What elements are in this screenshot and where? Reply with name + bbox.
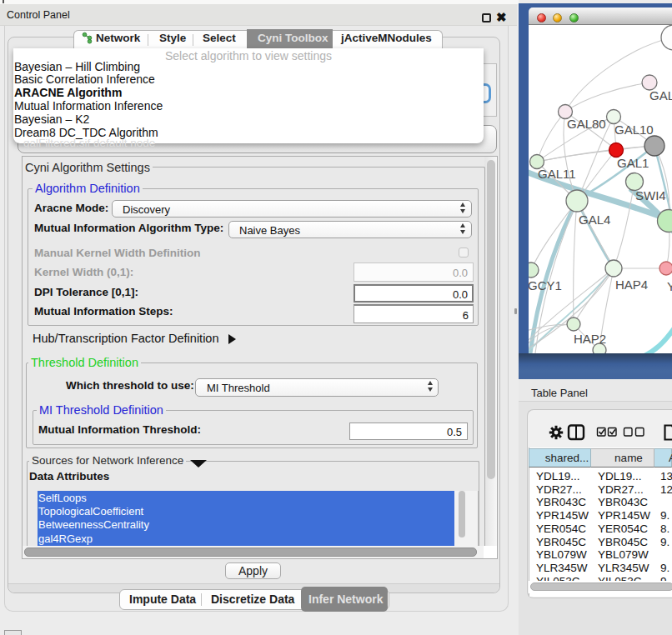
svg-text:GCY1: GCY1: [529, 278, 562, 292]
svg-text:HAP4: HAP4: [615, 278, 648, 292]
svg-text:Y: Y: [667, 279, 672, 293]
svg-text:GAL11: GAL11: [538, 167, 576, 181]
svg-text:GAL2: GAL2: [649, 88, 672, 102]
svg-text:GAL1: GAL1: [617, 156, 649, 170]
svg-text:SWI4: SWI4: [635, 188, 666, 202]
svg-text:GAL80: GAL80: [567, 117, 606, 131]
svg-text:GAL10: GAL10: [614, 122, 654, 137]
svg-text:GAL4: GAL4: [579, 212, 610, 227]
svg-text:HAP2: HAP2: [574, 332, 606, 346]
